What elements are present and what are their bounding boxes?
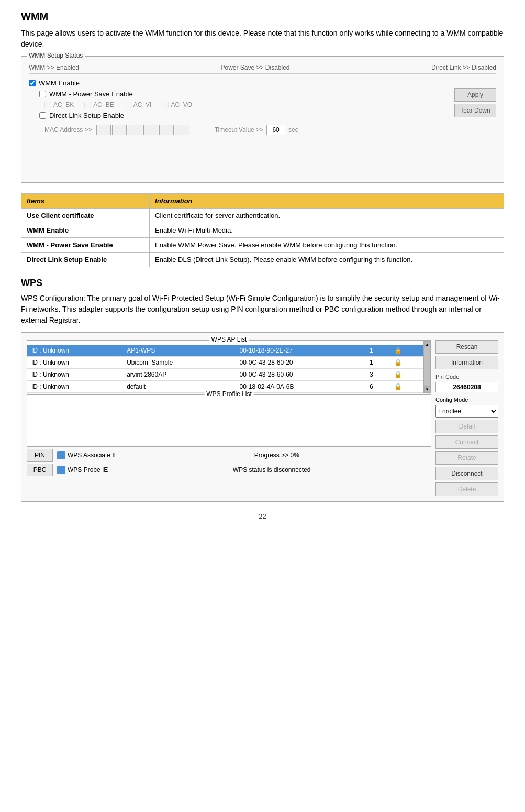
pin-code-label: Pin Code [435, 374, 498, 380]
wps-layout: WPS AP List ID : Unknown AP1-WPS 00-10-1… [27, 340, 498, 496]
wps-title: WPS [21, 278, 504, 289]
wps-status-label-area: WPS status is disconnected [112, 466, 431, 474]
wmm-description: This page allows users to activate the W… [21, 28, 504, 50]
apply-button[interactable]: Apply [454, 88, 496, 102]
pbc-button[interactable]: PBC [27, 464, 53, 476]
ap-ch: 3 [365, 369, 390, 381]
tear-down-button[interactable]: Tear Down [454, 104, 496, 117]
delete-button[interactable]: Delete [435, 482, 498, 496]
ac-vo-checkbox [162, 102, 169, 108]
mac-octet-3[interactable] [128, 125, 142, 135]
wmm-box-spacer [29, 135, 496, 177]
mac-octet-5[interactable] [159, 125, 174, 135]
row-item-2: WMM Enable [21, 223, 150, 238]
ac-vo-label: AC_VO [171, 101, 192, 108]
page-number: 22 [21, 512, 504, 520]
row-info-4: Enable DLS (Direct Link Setup). Please e… [150, 253, 504, 267]
mac-label: MAC Address >> [44, 126, 92, 134]
ac-be-checkbox [84, 102, 91, 108]
ap-icon: 🔒 [390, 381, 423, 393]
mac-octet-1[interactable] [96, 125, 111, 135]
ap-icon: 🔒 [390, 369, 423, 381]
row-item-3: WMM - Power Save Enable [21, 238, 150, 253]
config-mode-select[interactable]: Enrollee Registrar [435, 405, 498, 418]
info-table: Items Information Use Client certificate… [21, 193, 504, 267]
wps-ap-row[interactable]: ID : Unknown Ubicom_Sample 00-0C-43-28-6… [27, 357, 423, 369]
ap-mac: 00-0C-43-28-60-60 [235, 369, 365, 381]
ap-icon: 🔒 [390, 357, 423, 369]
wmm-status-row: WMM >> Enabled Power Save >> Disabled Di… [29, 62, 496, 74]
scroll-up-arrow[interactable]: ▲ [424, 341, 430, 347]
detail-button[interactable]: Detail [435, 420, 498, 433]
ap-name: AP1-WPS [122, 345, 235, 357]
disconnect-button[interactable]: Disconnect [435, 467, 498, 480]
wps-ap-list-title: WPS AP List [209, 336, 249, 343]
timeout-label: Timeout Value >> [215, 126, 263, 134]
direct-link-label: Direct Link Setup Enable [49, 112, 124, 119]
wps-ap-table-wrap: ID : Unknown AP1-WPS 00-10-18-90-2E-27 1… [27, 341, 423, 393]
table-row: WMM - Power Save Enable Enable WMM Power… [21, 238, 504, 253]
pin-button[interactable]: PIN [27, 449, 53, 462]
ac-bk-label: AC_BK [53, 101, 74, 108]
row-item-1: Use Client certificate [21, 209, 150, 223]
wps-left-panel: WPS AP List ID : Unknown AP1-WPS 00-10-1… [27, 340, 431, 496]
wps-status-label: WPS status is disconnected [233, 466, 311, 474]
wps-ap-row[interactable]: ID : Unknown AP1-WPS 00-10-18-90-2E-27 1… [27, 345, 423, 357]
scroll-down-arrow[interactable]: ▼ [424, 386, 430, 392]
wps-ap-with-scroll: ID : Unknown AP1-WPS 00-10-18-90-2E-27 1… [27, 341, 431, 393]
wps-associate-ie-item: WPS Associate IE [57, 451, 118, 459]
ac-vi-label: AC_VI [133, 101, 152, 108]
wps-ap-row[interactable]: ID : Unknown arvint-2860AP 00-0C-43-28-6… [27, 369, 423, 381]
wmm-box-title: WMM Setup Status [27, 52, 85, 59]
table-row: WMM Enable Enable Wi-Fi Multi-Media. [21, 223, 504, 238]
progress-label: Progress >> 0% [254, 452, 299, 459]
row-info-1: Client certificate for server authentica… [150, 209, 504, 223]
ac-vi-checkbox [125, 102, 131, 108]
wmm-title: WMM [21, 10, 504, 23]
rotate-button[interactable]: Rotate [435, 451, 498, 465]
rescan-button[interactable]: Rescan [435, 340, 498, 354]
mac-octet-6[interactable] [175, 125, 189, 135]
timeout-input[interactable] [266, 125, 285, 135]
power-save-checkbox[interactable] [39, 91, 46, 97]
progress-area: Progress >> 0% [122, 452, 431, 459]
wps-ap-table: ID : Unknown AP1-WPS 00-10-18-90-2E-27 1… [27, 345, 423, 393]
ac-bk-item: AC_BK [44, 101, 74, 108]
wps-ap-list-container: WPS AP List ID : Unknown AP1-WPS 00-10-1… [27, 340, 431, 393]
wmm-enable-row: WMM Enable [29, 79, 496, 87]
ap-id: ID : Unknown [27, 369, 122, 381]
direct-link-row: Direct Link Setup Enable [39, 112, 496, 119]
wmm-status-power-save: Power Save >> Disabled [220, 64, 289, 71]
wps-probe-ie-icon [57, 466, 65, 474]
ac-vi-item: AC_VI [125, 101, 152, 108]
wps-right-panel: Rescan Information Pin Code 26460208 Con… [435, 340, 498, 496]
wps-associate-ie-icon [57, 451, 65, 459]
direct-link-checkbox[interactable] [39, 112, 46, 119]
connect-button[interactable]: Connect [435, 435, 498, 449]
ap-list-scrollbar[interactable]: ▲ ▼ [423, 341, 431, 393]
wps-bottom-row-2: PBC WPS Probe IE WPS status is disconnec… [27, 464, 431, 476]
wps-description: WPS Configuration: The primary goal of W… [21, 293, 504, 326]
wmm-setup-box: WMM Setup Status WMM >> Enabled Power Sa… [21, 56, 504, 183]
ac-row: AC_BK AC_BE AC_VI AC_VO [44, 101, 496, 108]
config-mode-label: Config Mode [435, 397, 498, 403]
ap-ch: 1 [365, 357, 390, 369]
ap-id: ID : Unknown [27, 357, 122, 369]
ap-id: ID : Unknown [27, 381, 122, 393]
row-info-3: Enable WMM Power Save. Please enable WMM… [150, 238, 504, 253]
information-button[interactable]: Information [435, 356, 498, 369]
wps-probe-ie-label: WPS Probe IE [68, 466, 108, 474]
wmm-enable-label: WMM Enable [39, 79, 80, 87]
wps-associate-ie-label: WPS Associate IE [68, 452, 118, 459]
wmm-status-direct-link: Direct Link >> Disabled [431, 64, 496, 71]
wmm-status-wmm: WMM >> Enabled [29, 64, 79, 71]
wps-probe-ie-item: WPS Probe IE [57, 466, 108, 474]
mac-octet-4[interactable] [143, 125, 158, 135]
ap-mac: 00-18-02-4A-0A-6B [235, 381, 365, 393]
wps-profile-list-title: WPS Profile List [204, 390, 254, 398]
mac-field [96, 125, 189, 135]
mac-octet-2[interactable] [112, 125, 127, 135]
wps-profile-list: WPS Profile List [27, 394, 431, 447]
ap-mac: 00-10-18-90-2E-27 [235, 345, 365, 357]
wmm-enable-checkbox[interactable] [29, 80, 36, 86]
